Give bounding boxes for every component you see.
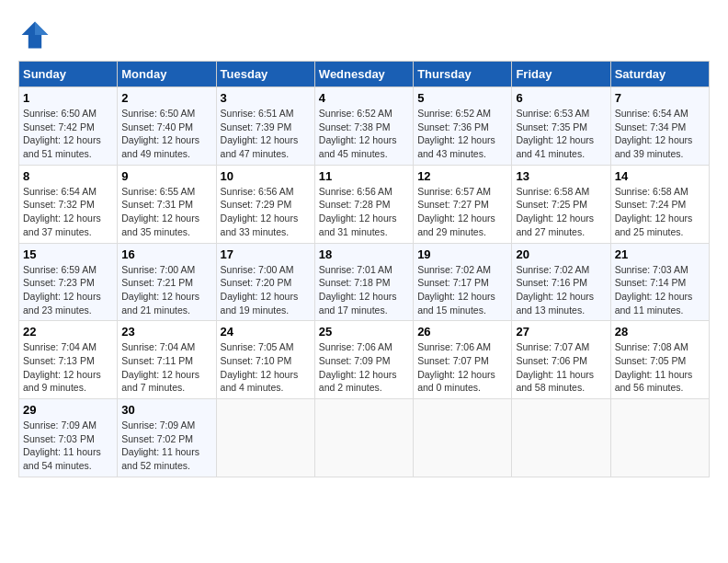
- day-detail: Sunrise: 7:06 AM Sunset: 7:07 PM Dayligh…: [417, 340, 507, 395]
- day-number: 15: [23, 247, 113, 261]
- calendar-week-row: 29 Sunrise: 7:09 AM Sunset: 7:03 PM Dayl…: [19, 399, 710, 477]
- calendar-cell: 10 Sunrise: 6:56 AM Sunset: 7:29 PM Dayl…: [216, 165, 314, 243]
- day-detail: Sunrise: 7:01 AM Sunset: 7:18 PM Dayligh…: [319, 263, 409, 317]
- day-number: 27: [516, 325, 606, 339]
- calendar-cell: 20 Sunrise: 7:02 AM Sunset: 7:16 PM Dayl…: [512, 243, 610, 321]
- calendar-header-tuesday: Tuesday: [216, 62, 314, 87]
- logo: [18, 18, 55, 52]
- day-number: 9: [121, 169, 211, 183]
- calendar-cell: 12 Sunrise: 6:57 AM Sunset: 7:27 PM Dayl…: [414, 165, 512, 243]
- day-detail: Sunrise: 6:53 AM Sunset: 7:35 PM Dayligh…: [516, 107, 606, 161]
- calendar-cell: 15 Sunrise: 6:59 AM Sunset: 7:23 PM Dayl…: [19, 243, 118, 321]
- calendar-cell: 16 Sunrise: 7:00 AM Sunset: 7:21 PM Dayl…: [118, 243, 216, 321]
- day-number: 2: [121, 91, 211, 105]
- calendar-cell: 26 Sunrise: 7:06 AM Sunset: 7:07 PM Dayl…: [414, 321, 512, 399]
- day-number: 4: [319, 91, 409, 105]
- day-number: 28: [615, 325, 705, 339]
- calendar-cell: 23 Sunrise: 7:04 AM Sunset: 7:11 PM Dayl…: [118, 321, 216, 399]
- calendar-header-row: SundayMondayTuesdayWednesdayThursdayFrid…: [19, 62, 710, 87]
- day-detail: Sunrise: 6:58 AM Sunset: 7:24 PM Dayligh…: [615, 185, 705, 239]
- day-number: 5: [417, 91, 507, 105]
- day-number: 18: [319, 247, 409, 261]
- day-detail: Sunrise: 6:52 AM Sunset: 7:36 PM Dayligh…: [417, 107, 507, 161]
- calendar-week-row: 8 Sunrise: 6:54 AM Sunset: 7:32 PM Dayli…: [19, 165, 710, 243]
- day-number: 7: [615, 91, 705, 105]
- calendar-header-thursday: Thursday: [414, 62, 512, 87]
- day-detail: Sunrise: 6:56 AM Sunset: 7:29 PM Dayligh…: [221, 185, 311, 239]
- day-number: 29: [23, 403, 113, 417]
- calendar-cell: 17 Sunrise: 7:00 AM Sunset: 7:20 PM Dayl…: [216, 243, 314, 321]
- day-detail: Sunrise: 6:55 AM Sunset: 7:31 PM Dayligh…: [121, 185, 211, 239]
- day-number: 22: [23, 325, 113, 339]
- calendar-cell: 24 Sunrise: 7:05 AM Sunset: 7:10 PM Dayl…: [216, 321, 314, 399]
- calendar-cell: 11 Sunrise: 6:56 AM Sunset: 7:28 PM Dayl…: [314, 165, 413, 243]
- day-detail: Sunrise: 7:00 AM Sunset: 7:20 PM Dayligh…: [221, 263, 311, 317]
- day-number: 14: [615, 169, 705, 183]
- day-detail: Sunrise: 7:08 AM Sunset: 7:05 PM Dayligh…: [615, 340, 705, 395]
- day-number: 19: [417, 247, 507, 261]
- day-detail: Sunrise: 7:09 AM Sunset: 7:02 PM Dayligh…: [121, 419, 211, 473]
- day-number: 20: [516, 247, 606, 261]
- svg-marker-1: [35, 22, 48, 35]
- day-number: 16: [121, 247, 211, 261]
- day-number: 23: [121, 325, 211, 339]
- calendar-cell: 4 Sunrise: 6:52 AM Sunset: 7:38 PM Dayli…: [314, 87, 413, 166]
- calendar-cell: [414, 399, 512, 477]
- calendar-cell: 7 Sunrise: 6:54 AM Sunset: 7:34 PM Dayli…: [610, 87, 709, 166]
- calendar-cell: [512, 399, 610, 477]
- calendar-cell: 9 Sunrise: 6:55 AM Sunset: 7:31 PM Dayli…: [118, 165, 216, 243]
- calendar-cell: 29 Sunrise: 7:09 AM Sunset: 7:03 PM Dayl…: [19, 399, 118, 477]
- day-number: 12: [417, 169, 507, 183]
- day-number: 1: [23, 91, 113, 105]
- day-detail: Sunrise: 7:04 AM Sunset: 7:13 PM Dayligh…: [23, 340, 113, 395]
- day-detail: Sunrise: 6:50 AM Sunset: 7:42 PM Dayligh…: [23, 107, 113, 161]
- calendar-cell: 30 Sunrise: 7:09 AM Sunset: 7:02 PM Dayl…: [118, 399, 216, 477]
- day-number: 26: [417, 325, 507, 339]
- calendar-header-wednesday: Wednesday: [314, 62, 413, 87]
- day-number: 21: [615, 247, 705, 261]
- calendar-header-sunday: Sunday: [19, 62, 118, 87]
- day-detail: Sunrise: 6:59 AM Sunset: 7:23 PM Dayligh…: [23, 263, 113, 317]
- calendar-cell: 22 Sunrise: 7:04 AM Sunset: 7:13 PM Dayl…: [19, 321, 118, 399]
- calendar-table: SundayMondayTuesdayWednesdayThursdayFrid…: [18, 61, 710, 477]
- day-detail: Sunrise: 7:02 AM Sunset: 7:16 PM Dayligh…: [516, 263, 606, 317]
- calendar-header-saturday: Saturday: [610, 62, 709, 87]
- day-detail: Sunrise: 7:07 AM Sunset: 7:06 PM Dayligh…: [516, 340, 606, 395]
- calendar-cell: 6 Sunrise: 6:53 AM Sunset: 7:35 PM Dayli…: [512, 87, 610, 166]
- logo-icon: [18, 18, 51, 52]
- calendar-cell: [610, 399, 709, 477]
- day-number: 6: [516, 91, 606, 105]
- day-detail: Sunrise: 6:54 AM Sunset: 7:34 PM Dayligh…: [615, 107, 705, 161]
- calendar-cell: 28 Sunrise: 7:08 AM Sunset: 7:05 PM Dayl…: [610, 321, 709, 399]
- calendar-cell: 5 Sunrise: 6:52 AM Sunset: 7:36 PM Dayli…: [414, 87, 512, 166]
- calendar-cell: [216, 399, 314, 477]
- day-detail: Sunrise: 6:57 AM Sunset: 7:27 PM Dayligh…: [417, 185, 507, 239]
- day-detail: Sunrise: 7:06 AM Sunset: 7:09 PM Dayligh…: [319, 340, 409, 395]
- day-number: 24: [221, 325, 311, 339]
- calendar-cell: 3 Sunrise: 6:51 AM Sunset: 7:39 PM Dayli…: [216, 87, 314, 166]
- page-header: [18, 18, 710, 52]
- day-number: 30: [121, 403, 211, 417]
- day-detail: Sunrise: 7:04 AM Sunset: 7:11 PM Dayligh…: [121, 340, 211, 395]
- day-detail: Sunrise: 7:03 AM Sunset: 7:14 PM Dayligh…: [615, 263, 705, 317]
- calendar-week-row: 22 Sunrise: 7:04 AM Sunset: 7:13 PM Dayl…: [19, 321, 710, 399]
- day-detail: Sunrise: 7:00 AM Sunset: 7:21 PM Dayligh…: [121, 263, 211, 317]
- calendar-cell: 27 Sunrise: 7:07 AM Sunset: 7:06 PM Dayl…: [512, 321, 610, 399]
- calendar-cell: 19 Sunrise: 7:02 AM Sunset: 7:17 PM Dayl…: [414, 243, 512, 321]
- calendar-cell: 14 Sunrise: 6:58 AM Sunset: 7:24 PM Dayl…: [610, 165, 709, 243]
- day-number: 13: [516, 169, 606, 183]
- calendar-header-monday: Monday: [118, 62, 216, 87]
- day-detail: Sunrise: 7:02 AM Sunset: 7:17 PM Dayligh…: [417, 263, 507, 317]
- day-detail: Sunrise: 6:58 AM Sunset: 7:25 PM Dayligh…: [516, 185, 606, 239]
- day-detail: Sunrise: 6:51 AM Sunset: 7:39 PM Dayligh…: [221, 107, 311, 161]
- day-detail: Sunrise: 6:56 AM Sunset: 7:28 PM Dayligh…: [319, 185, 409, 239]
- day-detail: Sunrise: 6:50 AM Sunset: 7:40 PM Dayligh…: [121, 107, 211, 161]
- calendar-week-row: 15 Sunrise: 6:59 AM Sunset: 7:23 PM Dayl…: [19, 243, 710, 321]
- calendar-cell: 8 Sunrise: 6:54 AM Sunset: 7:32 PM Dayli…: [19, 165, 118, 243]
- day-number: 8: [23, 169, 113, 183]
- day-number: 10: [221, 169, 311, 183]
- day-number: 25: [319, 325, 409, 339]
- day-detail: Sunrise: 7:05 AM Sunset: 7:10 PM Dayligh…: [221, 340, 311, 395]
- day-number: 3: [221, 91, 311, 105]
- calendar-cell: 2 Sunrise: 6:50 AM Sunset: 7:40 PM Dayli…: [118, 87, 216, 166]
